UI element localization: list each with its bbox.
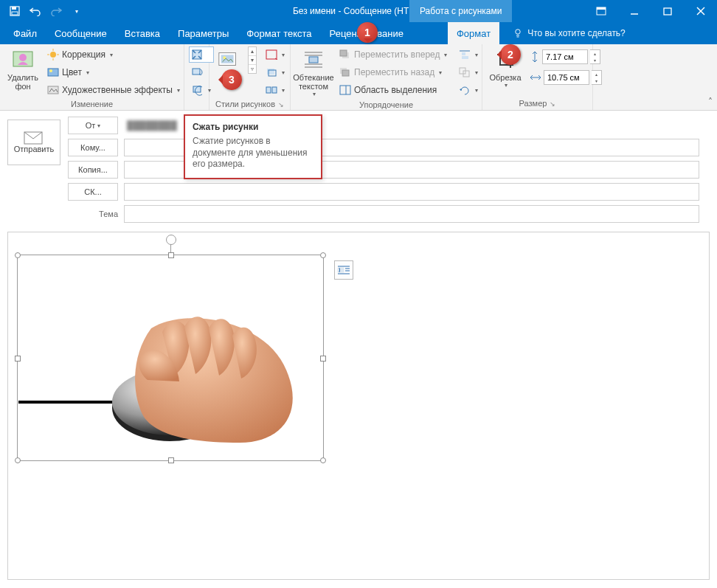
dialog-launcher-size-icon[interactable]: ↘ <box>550 100 555 108</box>
corrections-button[interactable]: Коррекция▾ <box>44 46 183 63</box>
tab-file[interactable]: Файл <box>4 22 46 44</box>
window-controls <box>584 0 717 22</box>
resize-handle-ne[interactable] <box>320 252 326 258</box>
ribbon-display-options-icon[interactable] <box>584 0 617 22</box>
resize-handle-e[interactable] <box>320 356 326 362</box>
undo-icon[interactable] <box>27 2 44 20</box>
layout-options-button[interactable] <box>334 260 353 280</box>
rotate-icon <box>459 84 471 96</box>
rotate-button[interactable]: ▾ <box>456 82 481 98</box>
lightbulb-icon <box>513 28 523 38</box>
style-gallery-more[interactable]: ▿ <box>249 64 256 73</box>
tab-format-text[interactable]: Формат текста <box>238 22 320 44</box>
ribbon: Удалить фон Коррекция▾ Цвет▾ <box>0 44 717 111</box>
artistic-effects-label: Художественные эффекты <box>62 85 173 95</box>
cc-button[interactable]: Копия... <box>68 161 118 179</box>
compress-pictures-tooltip: Сжать рисунки Сжатие рисунков в документ… <box>184 114 322 179</box>
color-label: Цвет <box>62 67 82 77</box>
message-body[interactable] <box>7 232 710 580</box>
svg-rect-32 <box>272 87 277 93</box>
maximize-button[interactable] <box>651 0 684 22</box>
corrections-icon <box>47 49 59 60</box>
svg-point-14 <box>50 52 56 58</box>
tab-message[interactable]: Сообщение <box>46 22 116 44</box>
compose-header: Отправить От ▾ ████████ Кому... Копия...… <box>0 111 717 229</box>
send-label: Отправить <box>14 145 55 153</box>
tab-format[interactable]: Формат <box>448 22 499 44</box>
title-bar: ▾ Без имени - Сообщение (HTML) Работа с … <box>0 0 717 22</box>
from-button[interactable]: От ▾ <box>68 117 118 134</box>
height-icon <box>530 51 540 63</box>
resize-handle-sw[interactable] <box>15 457 21 463</box>
picture-effects-icon <box>266 66 277 78</box>
style-gallery-down[interactable]: ▾ <box>249 55 256 64</box>
group-icon <box>459 66 471 78</box>
to-button[interactable]: Кому... <box>68 139 118 156</box>
tooltip-body: Сжатие рисунков в документе для уменьшен… <box>193 136 314 170</box>
svg-rect-46 <box>462 56 468 59</box>
bcc-input[interactable] <box>124 183 699 201</box>
send-icon <box>24 131 44 145</box>
subject-input[interactable] <box>124 205 699 223</box>
color-button[interactable]: Цвет▾ <box>44 64 183 80</box>
wrap-text-label: Обтекание текстом <box>293 73 333 91</box>
tooltip-title: Сжать рисунки <box>193 122 314 132</box>
height-input[interactable]: 7.17 см <box>542 49 588 64</box>
save-icon[interactable] <box>6 2 24 20</box>
align-button[interactable]: ▾ <box>456 46 481 63</box>
tab-insert[interactable]: Вставка <box>116 22 169 44</box>
style-gallery-up[interactable]: ▴ <box>249 47 256 55</box>
quick-access-toolbar: ▾ <box>0 2 91 20</box>
bcc-button[interactable]: СК... <box>68 183 118 201</box>
inserted-image[interactable] <box>18 277 321 457</box>
svg-point-13 <box>19 54 27 61</box>
artistic-effects-icon <box>47 84 59 96</box>
callout-2: 2 <box>500 44 521 65</box>
picture-border-icon <box>266 49 277 60</box>
collapse-ribbon-button[interactable]: ˄ <box>708 97 713 107</box>
corrections-label: Коррекция <box>62 49 105 60</box>
width-input[interactable]: 10.75 см <box>544 70 589 85</box>
qat-customize-icon[interactable]: ▾ <box>68 2 86 20</box>
color-icon <box>47 66 59 78</box>
remove-background-icon <box>11 48 35 72</box>
send-backward-icon <box>339 66 351 78</box>
rotate-handle[interactable] <box>166 235 176 245</box>
svg-rect-23 <box>193 69 200 75</box>
group-change-label: Изменение <box>4 98 179 111</box>
callout-3: 3 <box>221 69 242 90</box>
picture-layout-button[interactable]: ▾ <box>263 82 288 98</box>
resize-handle-s[interactable] <box>168 457 174 463</box>
remove-background-button[interactable]: Удалить фон <box>4 46 41 92</box>
group-picture-styles-label: Стили рисунков↘ <box>214 98 285 111</box>
context-tab-header: Работа с рисунками <box>409 0 512 22</box>
artistic-effects-button[interactable]: Художественные эффекты▾ <box>44 82 183 98</box>
width-spinner[interactable]: ▴▾ <box>592 70 602 85</box>
bring-forward-label: Переместить вперед <box>354 49 440 60</box>
resize-handle-se[interactable] <box>320 457 326 463</box>
resize-handle-n[interactable] <box>168 252 174 258</box>
svg-rect-28 <box>266 50 277 59</box>
height-spinner[interactable]: ▴▾ <box>590 49 600 64</box>
svg-rect-39 <box>340 50 347 56</box>
svg-rect-2 <box>12 12 18 15</box>
tell-me-search[interactable]: Что вы хотите сделать? <box>513 28 626 38</box>
bring-forward-icon <box>339 49 351 60</box>
selection-pane-icon <box>339 84 351 96</box>
redo-icon <box>47 2 65 20</box>
picture-effects-button[interactable]: ▾ <box>263 64 288 80</box>
svg-rect-42 <box>340 86 350 94</box>
window-title: Без имени - Сообщение (HTML) <box>293 6 424 16</box>
tab-options[interactable]: Параметры <box>169 22 238 44</box>
resize-handle-nw[interactable] <box>15 252 21 258</box>
minimize-button[interactable] <box>617 0 651 22</box>
remove-background-label: Удалить фон <box>7 73 38 91</box>
close-button[interactable] <box>684 0 717 22</box>
wrap-text-button[interactable]: Обтекание текстом▾ <box>295 46 332 99</box>
dialog-launcher-icon[interactable]: ↘ <box>278 101 284 108</box>
svg-rect-6 <box>664 8 671 15</box>
send-button[interactable]: Отправить <box>7 120 60 165</box>
selection-pane-button[interactable]: Область выделения <box>336 82 450 98</box>
svg-rect-4 <box>597 7 606 10</box>
picture-border-button[interactable]: ▾ <box>263 46 288 63</box>
